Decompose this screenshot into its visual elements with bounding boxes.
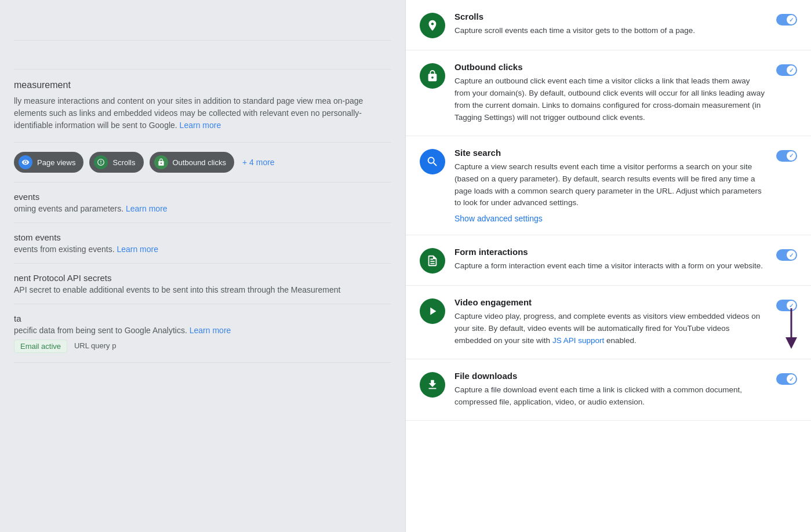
scrolls-content: Scrolls Capture scroll events each time … bbox=[454, 12, 767, 37]
chip-scrolls-icon bbox=[94, 155, 108, 169]
form-interactions-toggle-knob: ✓ bbox=[787, 250, 796, 260]
scrolls-icon-circle bbox=[420, 13, 445, 38]
chip-outbound-clicks[interactable]: Outbound clicks bbox=[150, 152, 235, 173]
outbound-clicks-toggle[interactable]: ✓ bbox=[776, 64, 797, 76]
custom-events-section: stom events events from existing events.… bbox=[14, 223, 391, 264]
chip-page-views-label: Page views bbox=[37, 158, 75, 167]
faint-row-2 bbox=[14, 41, 391, 70]
form-interactions-icon-circle bbox=[420, 248, 445, 274]
measurement-section: measurement lly measure interactions and… bbox=[14, 70, 391, 143]
measurement-title: measurement bbox=[14, 80, 391, 90]
form-interactions-title: Form interactions bbox=[454, 247, 767, 257]
file-downloads-desc: Capture a file download event each time … bbox=[454, 384, 767, 409]
video-engagement-desc: Capture video play, progress, and comple… bbox=[454, 311, 767, 347]
events-body: oming events and parameters. Learn more bbox=[14, 204, 391, 213]
site-search-title: Site search bbox=[454, 148, 767, 158]
api-title: nent Protocol API secrets bbox=[14, 273, 391, 283]
form-interactions-toggle[interactable]: ✓ bbox=[776, 249, 797, 261]
feature-outbound-clicks: Outbound clicks Capture an outbound clic… bbox=[406, 50, 811, 136]
chip-scrolls-label: Scrolls bbox=[112, 158, 135, 167]
email-active-badge: Email active bbox=[14, 340, 67, 353]
site-search-desc: Capture a view search results event each… bbox=[454, 161, 767, 210]
custom-events-title: stom events bbox=[14, 232, 391, 242]
events-section: events oming events and parameters. Lear… bbox=[14, 183, 391, 223]
video-engagement-title: Video engagement bbox=[454, 297, 767, 307]
site-search-toggle[interactable]: ✓ bbox=[776, 150, 797, 162]
chip-page-views-icon bbox=[19, 155, 32, 169]
url-query-text: URL query p bbox=[74, 341, 117, 350]
events-learn-more[interactable]: Learn more bbox=[126, 204, 168, 213]
faint-row-1 bbox=[14, 12, 391, 41]
file-downloads-toggle[interactable]: ✓ bbox=[776, 373, 797, 385]
video-engagement-toggle[interactable]: ✓ bbox=[776, 300, 797, 311]
feature-video-engagement: Video engagement Capture video play, pro… bbox=[406, 286, 811, 359]
feature-form-interactions: Form interactions Capture a form interac… bbox=[406, 235, 811, 286]
outbound-clicks-toggle-switch[interactable]: ✓ bbox=[776, 64, 797, 76]
scrolls-desc: Capture scroll events each time a visito… bbox=[454, 25, 767, 37]
form-interactions-content: Form interactions Capture a form interac… bbox=[454, 247, 767, 272]
measurement-learn-more[interactable]: Learn more bbox=[180, 121, 221, 130]
chip-page-views[interactable]: Page views bbox=[14, 152, 83, 173]
custom-events-body: events from existing events. Learn more bbox=[14, 245, 391, 254]
video-engagement-content: Video engagement Capture video play, pro… bbox=[454, 297, 767, 347]
scrolls-toggle-knob: ✓ bbox=[787, 15, 796, 24]
measurement-body: lly measure interactions and content on … bbox=[14, 95, 391, 132]
svg-marker-1 bbox=[785, 337, 797, 349]
data-body: pecific data from being sent to Google A… bbox=[14, 326, 391, 335]
data-learn-more[interactable]: Learn more bbox=[190, 326, 231, 335]
feature-site-search: Site search Capture a view search result… bbox=[406, 136, 811, 236]
form-interactions-toggle-switch[interactable]: ✓ bbox=[776, 249, 797, 261]
data-section: ta pecific data from being sent to Googl… bbox=[14, 304, 391, 363]
left-panel: measurement lly measure interactions and… bbox=[0, 0, 406, 532]
outbound-clicks-toggle-knob: ✓ bbox=[787, 65, 796, 75]
scrolls-toggle[interactable]: ✓ bbox=[776, 14, 797, 25]
outbound-clicks-desc: Capture an outbound click event each tim… bbox=[454, 75, 767, 124]
form-interactions-desc: Capture a form interaction event each ti… bbox=[454, 260, 767, 272]
chips-row: Page views Scrolls Outbound clicks + 4 m… bbox=[14, 143, 391, 183]
chip-scrolls[interactable]: Scrolls bbox=[89, 152, 143, 173]
custom-events-learn-more[interactable]: Learn more bbox=[117, 245, 158, 254]
events-title: events bbox=[14, 192, 391, 202]
api-section: nent Protocol API secrets API secret to … bbox=[14, 264, 391, 304]
arrow-annotation bbox=[774, 305, 803, 352]
chip-outbound-clicks-icon bbox=[154, 155, 168, 169]
feature-scrolls: Scrolls Capture scroll events each time … bbox=[406, 0, 811, 50]
chip-outbound-clicks-label: Outbound clicks bbox=[173, 158, 227, 167]
video-engagement-icon-circle bbox=[420, 298, 445, 324]
js-api-support-link[interactable]: JS API support bbox=[552, 336, 604, 345]
file-downloads-toggle-knob: ✓ bbox=[787, 374, 796, 384]
file-downloads-toggle-switch[interactable]: ✓ bbox=[776, 373, 797, 385]
site-search-content: Site search Capture a view search result… bbox=[454, 148, 767, 224]
data-title: ta bbox=[14, 314, 391, 323]
scrolls-toggle-switch[interactable]: ✓ bbox=[776, 14, 797, 25]
file-downloads-title: File downloads bbox=[454, 371, 767, 381]
feature-file-downloads: File downloads Capture a file download e… bbox=[406, 359, 811, 421]
scrolls-title: Scrolls bbox=[454, 12, 767, 21]
site-search-toggle-knob: ✓ bbox=[787, 151, 796, 161]
chip-more[interactable]: + 4 more bbox=[242, 158, 275, 167]
file-downloads-icon-circle bbox=[420, 372, 445, 398]
api-body: API secret to enable additional events t… bbox=[14, 285, 391, 294]
outbound-clicks-content: Outbound clicks Capture an outbound clic… bbox=[454, 62, 767, 124]
outbound-clicks-icon-circle bbox=[420, 63, 445, 89]
right-panel: Scrolls Capture scroll events each time … bbox=[406, 0, 811, 532]
site-search-icon-circle bbox=[420, 149, 445, 174]
show-advanced-settings-link[interactable]: Show advanced settings bbox=[454, 214, 767, 223]
file-downloads-content: File downloads Capture a file download e… bbox=[454, 371, 767, 409]
outbound-clicks-title: Outbound clicks bbox=[454, 62, 767, 72]
site-search-toggle-switch[interactable]: ✓ bbox=[776, 150, 797, 162]
